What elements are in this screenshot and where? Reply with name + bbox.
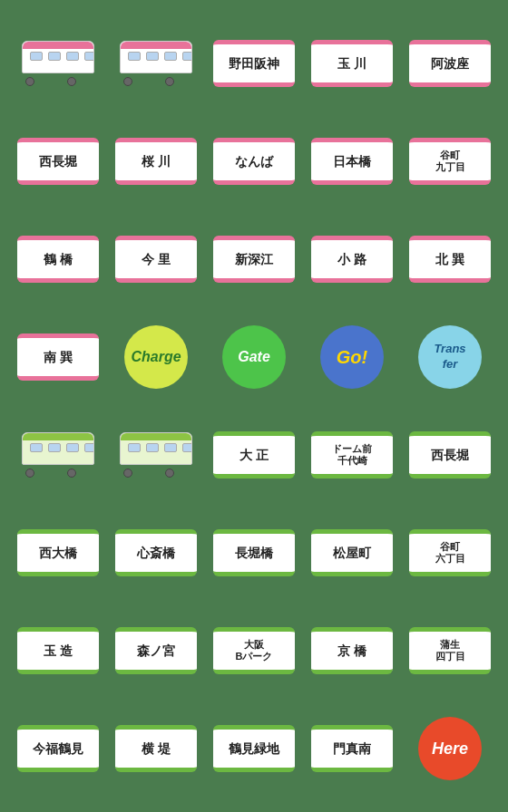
cell-4-1: [111, 410, 201, 500]
cell-5-0: 西大橋: [13, 508, 103, 598]
cell-1-3: 日本橋: [307, 116, 397, 207]
cell-0-0: [13, 18, 103, 109]
cell-7-4: Here: [405, 703, 495, 794]
station-sign-pink: 日本橋: [311, 138, 393, 185]
station-sign-pink: 北 巽: [409, 236, 491, 283]
cell-0-1: [111, 18, 201, 109]
cell-3-0: 南 巽: [13, 312, 103, 402]
station-sign-green: 西大橋: [17, 529, 99, 576]
cell-7-1: 横 堤: [111, 703, 201, 794]
station-sign-pink: 玉 川: [311, 40, 393, 87]
cell-5-4: 谷町六丁目: [405, 508, 495, 598]
cell-6-0: 玉 造: [13, 605, 103, 696]
station-sign-green: 京 橋: [311, 627, 393, 674]
station-sign-green: 鶴見緑地: [213, 725, 295, 772]
train-pink: [115, 36, 197, 91]
go-button[interactable]: Go!: [320, 325, 384, 389]
station-sign-green: 谷町六丁目: [409, 529, 491, 576]
cell-5-3: 松屋町: [307, 508, 397, 598]
gate-button[interactable]: Gate: [222, 325, 286, 389]
cell-1-1: 桜 川: [111, 116, 201, 207]
station-sign-pink: なんば: [213, 138, 295, 185]
train-pink: [17, 36, 99, 91]
cell-1-4: 谷町九丁目: [405, 116, 495, 207]
station-sign-green: ドーム前千代崎: [311, 431, 393, 478]
cell-4-3: ドーム前千代崎: [307, 410, 397, 500]
station-sign-pink: 阿波座: [409, 40, 491, 87]
cell-7-3: 門真南: [307, 703, 397, 794]
cell-3-2: Gate: [209, 312, 299, 402]
cell-6-1: 森ノ宮: [111, 605, 201, 696]
station-sign-green: 松屋町: [311, 529, 393, 576]
station-sign-green: 森ノ宮: [115, 627, 197, 674]
station-sign-pink: 西長堀: [17, 138, 99, 185]
cell-4-4: 西長堀: [405, 410, 495, 500]
cell-5-1: 心斎橋: [111, 508, 201, 598]
cell-3-4: Transfer: [405, 312, 495, 402]
cell-3-1: Charge: [111, 312, 201, 402]
cell-6-3: 京 橋: [307, 605, 397, 696]
cell-2-1: 今 里: [111, 214, 201, 304]
emoji-grid: 野田阪神 玉 川 阿波座 西長堀 桜 川 なんば 日本橋: [4, 9, 504, 803]
cell-0-2: 野田阪神: [209, 18, 299, 109]
cell-5-2: 長堀橋: [209, 508, 299, 598]
station-sign-pink: 谷町九丁目: [409, 138, 491, 185]
station-sign-green: 心斎橋: [115, 529, 197, 576]
station-sign-pink: 桜 川: [115, 138, 197, 185]
cell-2-3: 小 路: [307, 214, 397, 304]
station-sign-pink: 今 里: [115, 236, 197, 283]
cell-3-3: Go!: [307, 312, 397, 402]
station-sign-pink: 野田阪神: [213, 40, 295, 87]
cell-7-0: 今福鶴見: [13, 703, 103, 794]
cell-7-2: 鶴見緑地: [209, 703, 299, 794]
cell-0-4: 阿波座: [405, 18, 495, 109]
station-sign-green: 西長堀: [409, 431, 491, 478]
cell-2-4: 北 巽: [405, 214, 495, 304]
station-sign-pink: 南 巽: [17, 334, 99, 381]
train-green: [17, 428, 99, 482]
cell-2-0: 鶴 橋: [13, 214, 103, 304]
cell-4-0: [13, 410, 103, 500]
cell-6-2: 大阪Bパーク: [209, 605, 299, 696]
charge-button[interactable]: Charge: [124, 325, 188, 389]
station-sign-green: 長堀橋: [213, 529, 295, 576]
station-sign-green: 門真南: [311, 725, 393, 772]
station-sign-green: 横 堤: [115, 725, 197, 772]
station-sign-pink: 新深江: [213, 236, 295, 283]
station-sign-green: 玉 造: [17, 627, 99, 674]
station-sign-pink: 小 路: [311, 236, 393, 283]
cell-6-4: 蒲生四丁目: [405, 605, 495, 696]
cell-1-2: なんば: [209, 116, 299, 207]
station-sign-green: 蒲生四丁目: [409, 627, 491, 674]
cell-2-2: 新深江: [209, 214, 299, 304]
here-button[interactable]: Here: [418, 717, 482, 780]
cell-4-2: 大 正: [209, 410, 299, 500]
train-green: [115, 428, 197, 482]
station-sign-green: 大阪Bパーク: [213, 627, 295, 674]
transfer-button[interactable]: Transfer: [418, 325, 482, 389]
station-sign-green: 今福鶴見: [17, 725, 99, 772]
cell-1-0: 西長堀: [13, 116, 103, 207]
station-sign-pink: 鶴 橋: [17, 236, 99, 283]
station-sign-green: 大 正: [213, 431, 295, 478]
cell-0-3: 玉 川: [307, 18, 397, 109]
